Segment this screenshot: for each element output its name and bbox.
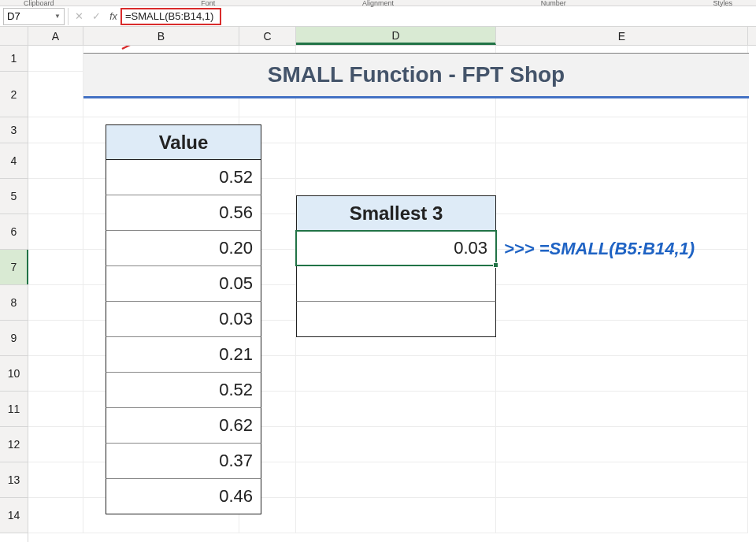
name-box-value: D7 xyxy=(7,10,20,22)
name-box[interactable]: D7 ▼ xyxy=(3,8,65,25)
smallest-cell[interactable]: 0.03 xyxy=(296,231,496,266)
smallest-table: Smallest 3 0.03 xyxy=(296,195,496,337)
select-all-corner[interactable] xyxy=(0,27,28,46)
value-cell[interactable]: 0.20 xyxy=(106,231,261,266)
spreadsheet: 1 2 3 4 5 6 7 8 9 10 11 12 13 14 A B C D… xyxy=(0,27,756,542)
formula-input[interactable]: =SMALL(B5:B14,1) xyxy=(122,8,756,25)
row-header-12[interactable]: 12 xyxy=(0,427,28,462)
row-header-8[interactable]: 8 xyxy=(0,285,28,321)
row-header-5[interactable]: 5 xyxy=(0,179,28,214)
smallest-cell[interactable] xyxy=(296,266,496,302)
ribbon-group-styles: Styles xyxy=(713,0,732,6)
ribbon-fragment: Clipboard Font Alignment Number Styles xyxy=(0,0,756,6)
row-header-6[interactable]: 6 xyxy=(0,214,28,250)
col-header-b[interactable]: B xyxy=(83,27,239,45)
smallest-cell[interactable] xyxy=(296,302,496,337)
grid[interactable]: A B C D E SMALL Function - FPT Shop xyxy=(28,27,756,542)
accept-icon[interactable]: ✓ xyxy=(87,8,105,25)
ribbon-group-number: Number xyxy=(541,0,566,6)
page-title: SMALL Function - FPT Shop xyxy=(83,53,749,98)
col-header-d[interactable]: D xyxy=(296,27,496,45)
value-cell[interactable]: 0.21 xyxy=(106,337,261,373)
formula-bar-row: D7 ▼ ✕ ✓ fx =SMALL(B5:B14,1) xyxy=(0,6,756,27)
separator xyxy=(68,8,69,25)
formula-annotation: >>> =SMALL(B5:B14,1) xyxy=(504,231,695,266)
value-header[interactable]: Value xyxy=(106,124,261,160)
value-cell[interactable]: 0.52 xyxy=(106,160,261,195)
row-header-2[interactable]: 2 xyxy=(0,72,28,117)
value-cell[interactable]: 0.46 xyxy=(106,479,261,514)
ribbon-group-alignment: Alignment xyxy=(362,0,394,6)
value-cell[interactable]: 0.03 xyxy=(106,302,261,337)
col-header-e[interactable]: E xyxy=(496,27,748,45)
fx-icon[interactable]: fx xyxy=(105,8,122,25)
col-header-a[interactable]: A xyxy=(28,27,83,45)
value-table: Value 0.52 0.56 0.20 0.05 0.03 0.21 0.52… xyxy=(106,124,261,514)
row-header-7[interactable]: 7 xyxy=(0,250,28,285)
value-cell[interactable]: 0.56 xyxy=(106,195,261,231)
row-header-13[interactable]: 13 xyxy=(0,462,28,498)
formula-text: =SMALL(B5:B14,1) xyxy=(125,10,213,22)
ribbon-group-clipboard: Clipboard xyxy=(24,0,54,6)
value-cell[interactable]: 0.62 xyxy=(106,408,261,444)
ribbon-group-font: Font xyxy=(201,0,215,6)
row-headers: 1 2 3 4 5 6 7 8 9 10 11 12 13 14 xyxy=(0,27,28,542)
value-cell[interactable]: 0.37 xyxy=(106,444,261,479)
value-cell[interactable]: 0.52 xyxy=(106,373,261,408)
smallest-header[interactable]: Smallest 3 xyxy=(296,195,496,231)
col-headers: A B C D E xyxy=(28,27,756,46)
col-header-c[interactable]: C xyxy=(239,27,296,45)
row-header-14[interactable]: 14 xyxy=(0,498,28,533)
row-header-3[interactable]: 3 xyxy=(0,117,28,143)
row-header-10[interactable]: 10 xyxy=(0,356,28,392)
row-header-9[interactable]: 9 xyxy=(0,321,28,356)
cancel-icon[interactable]: ✕ xyxy=(70,8,87,25)
dropdown-icon[interactable]: ▼ xyxy=(54,13,61,20)
annotation-text: >>> =SMALL(B5:B14,1) xyxy=(504,239,695,259)
row-header-11[interactable]: 11 xyxy=(0,392,28,427)
row-header-1[interactable]: 1 xyxy=(0,46,28,72)
value-cell[interactable]: 0.05 xyxy=(106,266,261,302)
row-header-4[interactable]: 4 xyxy=(0,143,28,179)
formula-highlight: =SMALL(B5:B14,1) xyxy=(120,8,221,25)
title-text: SMALL Function - FPT Shop xyxy=(268,62,565,87)
